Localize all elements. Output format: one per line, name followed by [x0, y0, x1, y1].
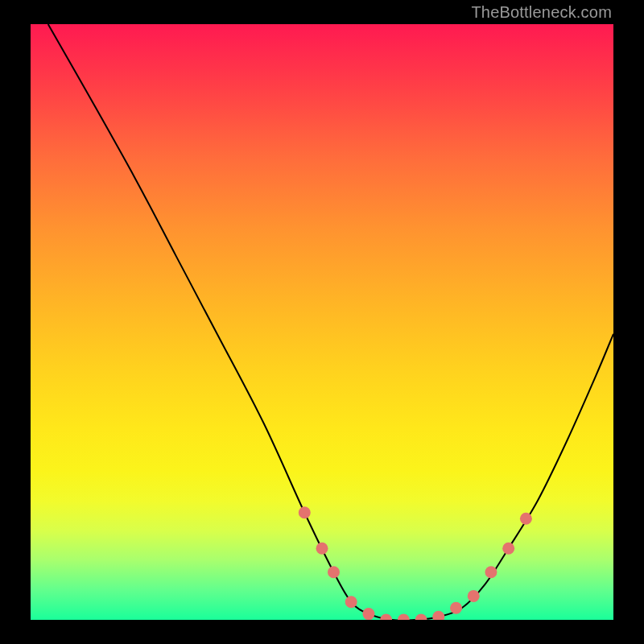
marker-point [316, 543, 328, 555]
marker-point [328, 566, 340, 578]
marker-point [485, 566, 497, 578]
marker-point [502, 543, 514, 555]
marker-point [380, 614, 392, 621]
marker-point [450, 602, 462, 614]
plot-area [31, 24, 613, 620]
highlight-markers [299, 506, 532, 620]
watermark-text: TheBottleneck.com [471, 3, 612, 22]
marker-point [468, 590, 480, 602]
marker-point [362, 608, 374, 620]
marker-point [299, 506, 311, 518]
bottleneck-curve [48, 24, 613, 620]
marker-point [345, 596, 357, 608]
chart-svg [31, 24, 613, 620]
marker-point [398, 614, 410, 621]
marker-point [432, 611, 444, 620]
marker-point [520, 513, 532, 525]
marker-point [415, 614, 427, 621]
chart-frame: TheBottleneck.com [0, 0, 644, 644]
